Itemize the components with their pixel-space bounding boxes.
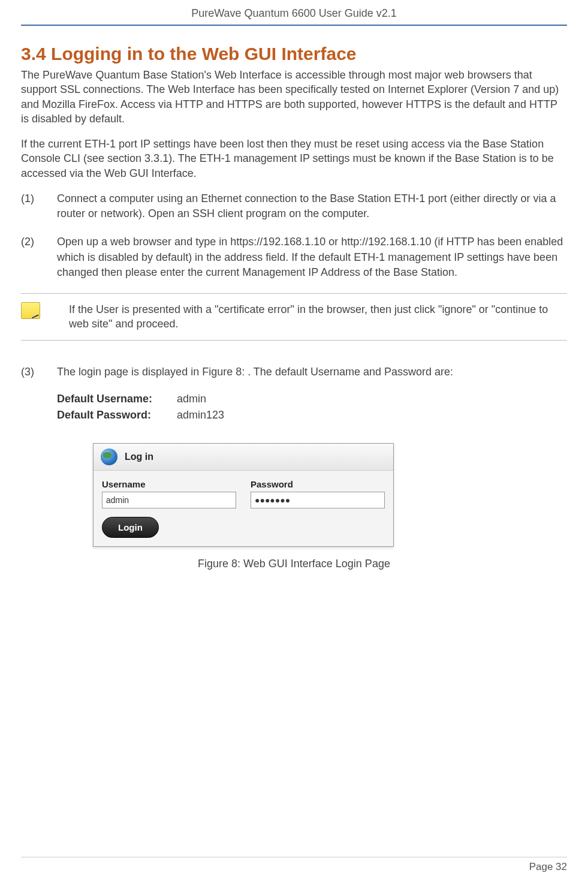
note-text: If the User is presented with a "certifi… <box>69 302 567 332</box>
paragraph-2: If the current ETH-1 port IP settings ha… <box>21 137 567 180</box>
step-text: Open up a web browser and type in https:… <box>57 234 567 280</box>
password-input[interactable] <box>251 492 385 508</box>
section-title: Logging in to the Web GUI Interface <box>51 44 356 64</box>
step-text: The login page is displayed in Figure 8:… <box>57 365 453 380</box>
section-heading: 3.4 Logging in to the Web GUI Interface <box>21 44 567 64</box>
login-header: Log in <box>94 444 393 471</box>
login-button[interactable]: Login <box>102 517 159 538</box>
password-label: Password <box>251 479 385 489</box>
step-3: (3) The login page is displayed in Figur… <box>21 365 567 380</box>
document-header: PureWave Quantum 6600 User Guide v2.1 <box>21 0 567 26</box>
step-text: Connect a computer using an Ethernet con… <box>57 191 567 221</box>
step-number: (3) <box>21 365 57 380</box>
default-username-value: admin <box>177 393 206 405</box>
step-2: (2) Open up a web browser and type in ht… <box>21 234 567 280</box>
username-input[interactable] <box>102 492 236 508</box>
paragraph-1: The PureWave Quantum Base Station's Web … <box>21 68 567 126</box>
default-password-label: Default Password: <box>57 409 177 422</box>
username-label: Username <box>102 479 236 489</box>
step-number: (1) <box>21 191 57 221</box>
page-footer: Page 32 <box>21 857 567 873</box>
default-password-value: admin123 <box>177 409 224 422</box>
note-icon <box>21 302 40 319</box>
figure-caption: Figure 8: Web GUI Interface Login Page <box>21 558 567 570</box>
step-1: (1) Connect a computer using an Ethernet… <box>21 191 567 221</box>
login-title: Log in <box>125 451 153 462</box>
step-number: (2) <box>21 234 57 280</box>
credentials-table: Default Username: admin Default Password… <box>57 393 567 422</box>
globe-icon <box>101 448 117 465</box>
default-username-label: Default Username: <box>57 393 177 405</box>
note-box: If the User is presented with a "certifi… <box>21 293 567 341</box>
login-widget: Log in Username Password Login <box>93 443 394 547</box>
section-number: 3.4 <box>21 44 46 64</box>
